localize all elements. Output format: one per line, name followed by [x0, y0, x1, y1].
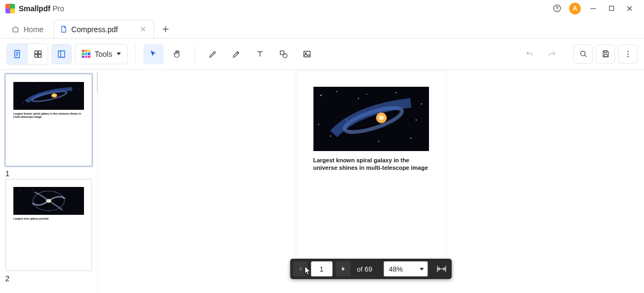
svg-point-67: [318, 124, 319, 125]
fit-width-button[interactable]: [434, 261, 449, 276]
page-caption: Largest known spiral galaxy in the unive…: [313, 156, 429, 171]
undo-button[interactable]: [520, 44, 539, 64]
svg-point-54: [46, 199, 51, 203]
pan-tool-button[interactable]: [167, 44, 187, 64]
save-button[interactable]: [596, 44, 615, 64]
svg-point-1: [556, 10, 557, 10]
grid-view-button[interactable]: [27, 44, 48, 64]
svg-point-58: [357, 98, 358, 99]
svg-point-61: [330, 136, 331, 137]
help-icon: [553, 4, 562, 13]
svg-point-60: [420, 103, 421, 104]
page-view-button[interactable]: [7, 44, 27, 64]
shapes-icon: [279, 49, 288, 59]
minimize-button[interactable]: [584, 2, 602, 15]
pencil-tool-button[interactable]: [203, 44, 223, 64]
zoom-dropdown[interactable]: 48%: [384, 261, 428, 276]
svg-rect-31: [13, 82, 84, 110]
svg-point-50: [23, 210, 24, 211]
svg-point-36: [79, 89, 79, 89]
help-button[interactable]: [548, 2, 566, 15]
svg-point-66: [366, 94, 367, 95]
app-logo-icon: [5, 4, 15, 13]
search-icon: [579, 49, 588, 58]
svg-rect-15: [38, 51, 41, 54]
thumbnail-item[interactable]: Largest ever galaxy portrait: [5, 179, 92, 271]
svg-point-30: [627, 56, 628, 57]
triangle-left-icon: [297, 266, 303, 272]
redo-button[interactable]: [542, 44, 562, 64]
svg-point-37: [23, 103, 24, 103]
x-icon: [140, 26, 146, 32]
minimize-icon: [590, 5, 596, 12]
document-tab-label: Compress.pdf: [71, 25, 118, 34]
svg-point-39: [72, 104, 72, 104]
redo-icon: [547, 49, 557, 59]
chevron-down-icon: [420, 268, 424, 271]
document-canvas[interactable]: Largest known spiral galaxy in the unive…: [98, 70, 644, 293]
svg-point-41: [75, 96, 76, 96]
user-avatar[interactable]: A: [569, 3, 581, 14]
prev-page-button[interactable]: [293, 261, 308, 276]
app-name: SmallpdfPro: [19, 4, 64, 13]
search-button[interactable]: [573, 44, 593, 64]
app-name-text: Smallpdf: [19, 4, 50, 13]
svg-rect-14: [35, 51, 37, 54]
home-tab[interactable]: Home: [5, 20, 51, 38]
kebab-icon: [624, 50, 632, 58]
svg-rect-16: [35, 54, 37, 57]
thumbnail-panel[interactable]: Largest known spiral galaxy in the unive…: [0, 70, 98, 293]
document-page: Largest known spiral galaxy in the unive…: [296, 71, 446, 280]
close-button[interactable]: [620, 2, 639, 15]
svg-point-65: [416, 119, 417, 121]
panel-icon: [57, 49, 66, 59]
image-tool-button[interactable]: [297, 44, 317, 64]
svg-point-21: [283, 54, 287, 58]
svg-line-25: [584, 55, 586, 57]
pencil-icon: [208, 49, 218, 59]
svg-point-35: [62, 84, 63, 85]
text-tool-button[interactable]: [250, 44, 270, 64]
new-tab-button[interactable]: [158, 21, 174, 37]
svg-point-24: [580, 51, 585, 56]
next-page-button[interactable]: [335, 261, 350, 276]
thumbnail-image-icon: [13, 82, 84, 110]
svg-point-29: [627, 53, 628, 54]
svg-point-51: [49, 212, 50, 212]
shape-tool-button[interactable]: [273, 44, 294, 64]
svg-rect-27: [604, 54, 607, 57]
highlight-tool-button[interactable]: [226, 44, 247, 64]
title-bar: SmallpdfPro A: [0, 0, 644, 17]
home-icon: [11, 25, 20, 34]
svg-point-38: [52, 105, 53, 106]
text-icon: [255, 49, 265, 59]
more-menu-button[interactable]: [618, 44, 638, 64]
thumbnail-item[interactable]: Largest known spiral galaxy in the unive…: [5, 74, 92, 166]
thumbnail-page-number: 2: [5, 274, 92, 283]
svg-rect-22: [304, 51, 310, 57]
svg-point-62: [378, 141, 379, 142]
separator: [195, 44, 195, 64]
svg-rect-26: [604, 51, 607, 53]
thumbnail-caption: Largest known spiral galaxy in the unive…: [13, 112, 84, 118]
current-page-input[interactable]: 1: [311, 261, 332, 276]
document-tab[interactable]: Compress.pdf: [53, 20, 154, 38]
undo-icon: [525, 49, 534, 59]
svg-point-70: [379, 116, 384, 121]
page-navigation-bar: 1 of 69 48%: [290, 259, 452, 279]
svg-rect-3: [609, 6, 614, 10]
tools-icon: [82, 50, 90, 58]
tab-close-button[interactable]: [140, 26, 146, 32]
tools-dropdown[interactable]: Tools: [75, 44, 128, 64]
svg-point-59: [395, 92, 396, 93]
main-toolbar: Tools: [0, 39, 644, 70]
svg-rect-55: [313, 87, 429, 151]
tools-label: Tools: [95, 50, 112, 58]
svg-point-48: [65, 190, 66, 191]
triangle-right-icon: [340, 266, 346, 272]
svg-point-33: [26, 84, 27, 84]
svg-point-56: [320, 95, 321, 96]
maximize-button[interactable]: [602, 2, 620, 15]
sidebar-toggle-button[interactable]: [51, 44, 72, 64]
select-tool-button[interactable]: [143, 44, 164, 64]
